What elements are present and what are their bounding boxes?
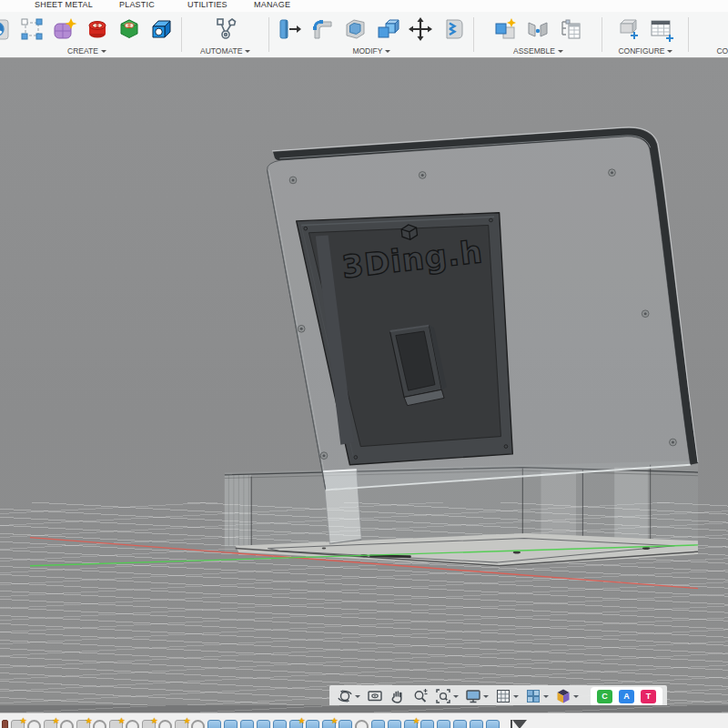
fillet-icon[interactable]: [309, 16, 335, 42]
timeline-feature-blue[interactable]: [486, 720, 500, 728]
timeline-feature-blue[interactable]: [224, 720, 238, 728]
fit-icon: [435, 688, 451, 704]
timeline-feature-blue[interactable]: [388, 720, 401, 728]
configuration-table-icon[interactable]: [649, 16, 674, 42]
create-sketch-icon[interactable]: [19, 16, 45, 42]
grid-settings-icon: [495, 688, 511, 704]
move-copy-icon[interactable]: [408, 16, 433, 42]
construct-label: CONSTRUCT: [716, 46, 728, 56]
timeline-feature-blue[interactable]: [207, 720, 221, 728]
display-settings-button[interactable]: [462, 686, 491, 705]
custom-button-c[interactable]: C: [597, 690, 612, 703]
view-cube-button[interactable]: [552, 686, 581, 705]
timeline-feature-sketch[interactable]: [142, 720, 156, 728]
grid-settings-button[interactable]: [492, 686, 521, 705]
look-at-button[interactable]: [364, 686, 386, 705]
configuration-icon[interactable]: [616, 16, 642, 42]
view-navigation-bar: C A T: [329, 685, 667, 705]
pan-button[interactable]: [387, 686, 409, 705]
zoom-button[interactable]: [410, 686, 431, 705]
timeline-feature-blue[interactable]: [257, 720, 270, 728]
viewport-3d[interactable]: 3Ding.h: [0, 58, 728, 705]
timeline-feature-blue[interactable]: [240, 720, 254, 728]
timeline-bar[interactable]: [0, 713, 728, 728]
custom-button-a[interactable]: A: [619, 690, 634, 703]
section-analysis-icon[interactable]: [440, 16, 466, 42]
toolbar-group-assemble: ASSEMBLE: [474, 12, 602, 57]
pan-hand-icon: [389, 688, 406, 704]
viewport-bottom-strip: [0, 705, 728, 713]
timeline-feature-sketch[interactable]: [11, 720, 25, 728]
orbit-button[interactable]: [334, 686, 363, 705]
timeline-feature-marker[interactable]: [2, 720, 8, 728]
timeline-feature-bluestar[interactable]: [404, 720, 418, 728]
tab-sheet-metal[interactable]: SHEET METAL: [35, 0, 93, 9]
timeline-feature-sketch[interactable]: [109, 720, 123, 728]
timeline-feature-blue[interactable]: [453, 720, 467, 728]
toolbar-group-create: CREATE: [0, 12, 181, 57]
coil-icon[interactable]: [117, 16, 141, 42]
automate-dropdown[interactable]: AUTOMATE: [200, 46, 250, 56]
assemble-dropdown[interactable]: ASSEMBLE: [513, 46, 563, 56]
modify-label: MODIFY: [352, 46, 382, 56]
configure-dropdown[interactable]: CONFIGURE: [618, 46, 672, 56]
design-partial-icon[interactable]: [0, 16, 12, 42]
timeline-feature-blue[interactable]: [470, 720, 483, 728]
create-form-icon[interactable]: [52, 16, 77, 42]
dropdown-caret-icon: [245, 50, 250, 56]
joint-icon[interactable]: [525, 16, 551, 42]
tab-manage[interactable]: MANAGE: [254, 0, 290, 9]
custom-button-t[interactable]: T: [641, 690, 656, 703]
fusion360-window: SHEET METAL PLASTIC UTILITIES MANAGE CRE…: [0, 0, 728, 728]
new-component-icon[interactable]: [492, 16, 518, 42]
timeline-feature-blue[interactable]: [339, 720, 352, 728]
timeline-feature-circle[interactable]: [60, 720, 74, 728]
timeline-feature-sketch[interactable]: [175, 720, 188, 728]
timeline-playhead[interactable]: [512, 720, 527, 728]
workspace-tabbar: SHEET METAL PLASTIC UTILITIES MANAGE: [0, 0, 728, 12]
timeline-feature-bluestar[interactable]: [322, 720, 336, 728]
construct-dropdown[interactable]: CONSTRUCT: [716, 46, 728, 56]
automate-label: AUTOMATE: [200, 46, 242, 56]
timeline-feature-sketch[interactable]: [44, 720, 57, 728]
timeline-feature-sketch[interactable]: [76, 720, 90, 728]
tab-plastic[interactable]: PLASTIC: [119, 0, 155, 9]
timeline-feature-bluestar[interactable]: [289, 720, 303, 728]
viewports-icon: [525, 688, 541, 704]
revolve-icon[interactable]: [85, 16, 110, 42]
fit-button[interactable]: [432, 686, 461, 705]
dropdown-caret-icon: [101, 50, 106, 56]
view-cube-icon: [555, 688, 571, 704]
display-settings-icon: [465, 688, 481, 704]
zoom-icon: [412, 688, 429, 704]
timeline-feature-circle[interactable]: [355, 720, 369, 728]
timeline-feature-circle[interactable]: [126, 720, 139, 728]
assemble-label: ASSEMBLE: [513, 46, 555, 56]
clear-panel-model[interactable]: 3Ding.h: [268, 127, 698, 490]
timeline-feature-circle[interactable]: [158, 720, 172, 728]
timeline-feature-circle[interactable]: [191, 720, 205, 728]
modify-dropdown[interactable]: MODIFY: [352, 46, 390, 56]
timeline-feature-circle[interactable]: [93, 720, 106, 728]
timeline-feature-blue[interactable]: [420, 720, 434, 728]
press-pull-icon[interactable]: [277, 16, 302, 42]
timeline-feature-blue[interactable]: [437, 720, 450, 728]
bom-icon[interactable]: [558, 16, 583, 42]
timeline-feature-circle[interactable]: [27, 720, 41, 728]
model-canvas[interactable]: 3Ding.h: [0, 58, 728, 705]
timeline-track[interactable]: [0, 713, 500, 728]
chevron-down-icon: [513, 695, 519, 701]
automate-script-icon[interactable]: [213, 16, 238, 42]
viewports-button[interactable]: [522, 686, 551, 705]
timeline-feature-blue[interactable]: [306, 720, 319, 728]
combine-icon[interactable]: [375, 16, 400, 42]
shell-icon[interactable]: [342, 16, 368, 42]
timeline-feature-blue[interactable]: [273, 720, 287, 728]
chevron-down-icon: [543, 695, 549, 701]
box-icon[interactable]: [148, 16, 174, 42]
tab-utilities[interactable]: UTILITIES: [187, 0, 228, 9]
chevron-down-icon: [483, 695, 489, 701]
create-dropdown[interactable]: CREATE: [67, 46, 106, 56]
toolbar-group-construct: CONSTRUCT: [689, 12, 728, 57]
timeline-feature-blue[interactable]: [371, 720, 385, 728]
